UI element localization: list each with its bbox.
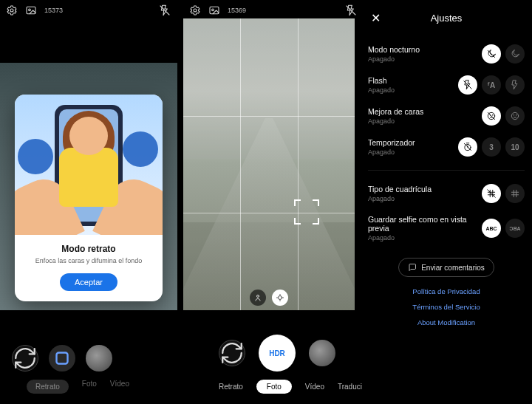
gallery-left-icon[interactable] <box>25 4 37 16</box>
setting-status: Apagado <box>368 195 432 202</box>
shutter-portrait-button[interactable] <box>49 345 75 372</box>
mode-video-left[interactable]: Vídeo <box>110 380 129 394</box>
camera-switch-button[interactable] <box>219 340 245 366</box>
mode-traducir[interactable]: Traducir <box>338 383 364 391</box>
svg-line-22 <box>488 190 496 198</box>
grid-off-option[interactable] <box>482 184 501 203</box>
flash-off-option[interactable] <box>458 75 477 95</box>
grid-3x3-option[interactable] <box>505 184 525 203</box>
modal-subtitle: Enfoca las caras y difumina el fondo <box>25 257 152 264</box>
svg-point-9 <box>279 296 282 300</box>
setting-status: Apagado <box>368 55 420 63</box>
timer-3s-option[interactable]: 3 <box>482 137 501 157</box>
svg-rect-10 <box>57 353 68 364</box>
svg-point-8 <box>257 295 259 298</box>
shot-count-left: 15373 <box>44 7 63 14</box>
mode-retrato[interactable]: Retrato <box>219 383 243 391</box>
gear-icon[interactable] <box>6 4 18 16</box>
setting-night-mode: Modo nocturno Apagado <box>368 38 525 69</box>
gear-icon[interactable] <box>189 4 201 16</box>
divider <box>368 170 525 171</box>
svg-point-19 <box>516 115 516 116</box>
flash-on-option[interactable] <box>505 75 525 95</box>
svg-point-6 <box>212 9 214 11</box>
about-link[interactable]: About Modification <box>417 318 475 326</box>
gallery-right-icon[interactable] <box>208 4 220 16</box>
setting-label: Modo nocturno <box>368 45 420 54</box>
setting-status: Apagado <box>368 117 423 125</box>
mode-foto[interactable]: Foto <box>256 380 292 394</box>
terms-link[interactable]: Términos del Servicio <box>412 303 480 311</box>
mode-retrato-left[interactable]: Retrato <box>27 380 69 394</box>
setting-status: Apagado <box>368 148 415 156</box>
setting-grid-type: Tipo de cuadrícula Apagado <box>368 178 525 209</box>
timer-10s-option[interactable]: 10 <box>505 137 525 157</box>
svg-point-4 <box>194 9 197 12</box>
night-on-option[interactable] <box>505 44 525 64</box>
mode-foto-left[interactable]: Foto <box>82 380 97 394</box>
selfie-normal-option[interactable]: ABC <box>482 219 501 238</box>
portrait-intro-modal: Modo retrato Enfoca las caras y difumina… <box>15 95 163 301</box>
modal-title: Modo retrato <box>25 244 152 254</box>
flash-off-icon[interactable] <box>345 4 357 16</box>
setting-face-retouch: Mejora de caras Apagado <box>368 100 525 131</box>
setting-label: Flash <box>368 76 395 85</box>
mode-video[interactable]: Vídeo <box>305 383 324 391</box>
setting-status: Apagado <box>368 86 395 94</box>
setting-label: Guardar selfie como en vista previa <box>368 215 482 233</box>
privacy-link[interactable]: Política de Privacidad <box>412 287 480 295</box>
setting-timer: Temporizador Apagado 3 10 <box>368 131 525 162</box>
svg-point-15 <box>492 115 493 116</box>
setting-selfie-mirror: Guardar selfie como en vista previa Apag… <box>368 209 525 247</box>
gallery-thumbnail-left[interactable] <box>86 345 112 372</box>
setting-status: Apagado <box>368 234 482 242</box>
camera-switch-button[interactable] <box>12 345 38 372</box>
night-off-option[interactable] <box>482 44 501 64</box>
setting-label: Mejora de caras <box>368 107 423 116</box>
svg-point-18 <box>514 115 514 116</box>
flash-auto-option[interactable]: ᶠA <box>482 75 501 95</box>
svg-line-11 <box>488 50 494 57</box>
viewfinder-photo[interactable] <box>183 18 355 310</box>
setting-label: Tipo de cuadrícula <box>368 185 432 194</box>
send-feedback-button[interactable]: Enviar comentarios <box>398 258 494 277</box>
setting-label: Temporizador <box>368 138 415 147</box>
feedback-label: Enviar comentarios <box>421 264 485 272</box>
shutter-hdr-label: HDR <box>269 349 285 357</box>
selfie-mirrored-option[interactable]: ABC <box>505 219 525 238</box>
timer-off-option[interactable] <box>458 137 477 157</box>
gallery-thumbnail-center[interactable] <box>309 340 335 366</box>
close-icon[interactable]: ✕ <box>368 10 383 25</box>
face-on-option[interactable] <box>505 106 525 126</box>
settings-panel: ✕ Ajustes Modo nocturno Apagado Flash Ap… <box>362 0 532 404</box>
portrait-illustration <box>15 95 163 235</box>
scene-person-icon[interactable] <box>250 290 266 306</box>
svg-point-17 <box>511 112 518 119</box>
shutter-button[interactable]: HDR <box>259 335 296 372</box>
scene-suggestion-badge[interactable] <box>272 290 288 306</box>
accept-button[interactable]: Aceptar <box>60 273 117 291</box>
svg-point-0 <box>10 9 13 12</box>
flash-off-icon[interactable] <box>159 4 171 16</box>
focus-reticle[interactable] <box>294 199 319 225</box>
svg-point-2 <box>29 9 31 11</box>
settings-title: Ajustes <box>383 13 525 24</box>
setting-flash: Flash Apagado ᶠA <box>368 69 525 100</box>
face-off-option[interactable] <box>482 106 501 126</box>
shot-count-right: 15369 <box>228 7 246 14</box>
